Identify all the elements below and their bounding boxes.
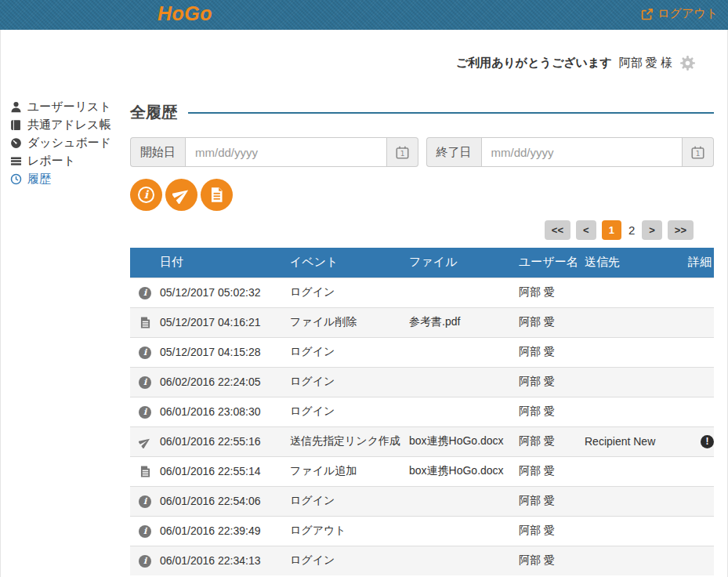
info-event-icon: i — [139, 347, 151, 359]
cell-recipient — [585, 486, 688, 516]
paper-plane-icon — [172, 186, 190, 204]
calendar-icon: 1 — [691, 146, 704, 159]
pagination-page-2-link[interactable]: 2 — [627, 223, 636, 237]
send-filter-button[interactable] — [165, 179, 197, 211]
cell-file — [409, 546, 519, 575]
cell-file: box連携HoGo.docx — [409, 456, 519, 486]
info-event-icon: i — [139, 287, 151, 299]
table-row: i 06/01/2016 22:39:49 ログアウト 阿部 愛 — [130, 516, 714, 546]
info-event-icon: i — [139, 376, 151, 389]
user-icon — [10, 101, 22, 113]
title-row: 全履歴 — [130, 103, 714, 122]
cell-recipient — [585, 516, 688, 546]
sidebar-item-shared-address-book[interactable]: 共通アドレス帳 — [10, 116, 130, 133]
end-date-calendar-button[interactable]: 1 — [683, 137, 714, 167]
cell-event: ログイン — [290, 486, 409, 516]
info-event-icon: i — [139, 406, 151, 419]
cell-user: 阿部 愛 — [519, 516, 585, 546]
sidebar-item-dashboard[interactable]: ダッシュボード — [10, 134, 130, 151]
greeting-message: ご利用ありがとうございます — [456, 56, 612, 71]
cell-recipient — [585, 456, 688, 486]
file-event-icon — [140, 317, 150, 328]
cell-recipient — [585, 307, 688, 337]
dashboard-icon — [10, 137, 22, 149]
detail-exclamation-icon[interactable]: ! — [701, 435, 714, 448]
pagination-page-1-button[interactable]: 1 — [602, 220, 621, 240]
cell-date: 06/01/2016 22:39:49 — [160, 516, 290, 546]
book-icon — [10, 119, 22, 131]
cell-recipient: Recipient New — [585, 426, 688, 456]
greeting-user-name: 阿部 愛 様 — [619, 56, 672, 71]
cell-user: 阿部 愛 — [519, 367, 585, 397]
cell-recipient — [585, 278, 688, 307]
cell-date: 06/01/2016 22:55:16 — [160, 426, 290, 456]
page-title: 全履歴 — [130, 103, 177, 122]
cell-file — [409, 516, 519, 546]
document-icon — [208, 187, 225, 203]
cell-event: ログイン — [290, 367, 409, 397]
cell-date: 05/12/2017 05:02:32 — [160, 278, 290, 307]
cell-recipient — [585, 337, 688, 367]
table-header-row: 日付 イベント ファイル ユーザー名 送信先 詳細 — [130, 248, 714, 278]
cell-file — [409, 367, 519, 397]
sidebar-item-report[interactable]: レポート — [10, 152, 130, 169]
table-row: 06/01/2016 22:55:16 送信先指定リンク作成 box連携HoGo… — [130, 426, 714, 456]
col-header-event: イベント — [290, 248, 409, 278]
col-header-user: ユーザー名 — [519, 248, 585, 278]
cell-user: 阿部 愛 — [519, 486, 585, 516]
greeting-row: ご利用ありがとうございます 阿部 愛 様 — [1, 30, 727, 77]
pagination-last-button[interactable]: >> — [668, 220, 694, 240]
cell-event: ログアウト — [290, 516, 409, 546]
logout-link[interactable]: ログアウト — [641, 6, 718, 21]
col-header-detail: 詳細 — [688, 248, 714, 278]
cell-file: 参考書.pdf — [409, 307, 519, 337]
table-row: i 06/01/2016 22:54:06 ログイン 阿部 愛 — [130, 486, 714, 516]
cell-user: 阿部 愛 — [519, 456, 585, 486]
cell-recipient — [585, 546, 688, 575]
cell-file — [409, 486, 519, 516]
start-date-calendar-button[interactable]: 1 — [387, 137, 418, 167]
info-event-icon: i — [139, 555, 151, 568]
info-filter-button[interactable]: i — [130, 179, 162, 211]
cell-user: 阿部 愛 — [519, 546, 585, 575]
pagination-next-button[interactable]: > — [642, 220, 662, 240]
col-header-icon — [130, 248, 160, 278]
cell-date: 06/01/2016 22:54:06 — [160, 486, 290, 516]
file-event-icon — [140, 466, 150, 477]
settings-button[interactable] — [679, 55, 696, 71]
cell-file: box連携HoGo.docx — [409, 426, 519, 456]
file-filter-button[interactable] — [201, 179, 233, 211]
start-date-label: 開始日 — [130, 137, 185, 167]
cell-file — [409, 278, 519, 307]
cell-file — [409, 337, 519, 367]
cell-user: 阿部 愛 — [519, 278, 585, 307]
cell-recipient — [585, 397, 688, 426]
cell-file — [409, 397, 519, 426]
cell-date: 06/01/2016 22:34:13 — [160, 546, 290, 575]
sidebar: ユーザーリスト 共通アドレス帳 ダッシュボード — [1, 77, 130, 575]
svg-text:1: 1 — [696, 150, 701, 158]
sidebar-item-history[interactable]: 履歴 — [10, 170, 130, 187]
info-event-icon: i — [139, 525, 151, 538]
logout-icon — [641, 8, 654, 20]
start-date-input[interactable] — [185, 137, 387, 167]
history-table: 日付 イベント ファイル ユーザー名 送信先 詳細 i 05/12/2017 0… — [130, 248, 714, 575]
pagination-prev-button[interactable]: < — [576, 220, 596, 240]
table-row: i 06/02/2016 22:24:05 ログイン 阿部 愛 — [130, 367, 714, 397]
end-date-input[interactable] — [481, 137, 683, 167]
cell-event: ログイン — [290, 397, 409, 426]
table-row: i 05/12/2017 05:02:32 ログイン 阿部 愛 — [130, 278, 714, 307]
cell-event: ログイン — [290, 278, 409, 307]
cell-date: 06/01/2016 23:08:30 — [160, 397, 290, 426]
title-divider — [188, 112, 714, 114]
page-body: ご利用ありがとうございます 阿部 愛 様 — [0, 30, 728, 577]
table-row: 06/01/2016 22:55:14 ファイル追加 box連携HoGo.doc… — [130, 456, 714, 486]
end-date-group: 終了日 1 — [426, 137, 715, 167]
pagination-first-button[interactable]: << — [545, 220, 570, 240]
date-filters: 開始日 1 終了日 — [130, 137, 714, 167]
sidebar-item-user-list[interactable]: ユーザーリスト — [10, 98, 130, 115]
table-row: i 06/01/2016 22:34:13 ログイン 阿部 愛 — [130, 546, 714, 575]
info-circle-icon: i — [138, 187, 154, 203]
cell-date: 05/12/2017 04:15:28 — [160, 337, 290, 367]
cell-date: 05/12/2017 04:16:21 — [160, 307, 290, 337]
